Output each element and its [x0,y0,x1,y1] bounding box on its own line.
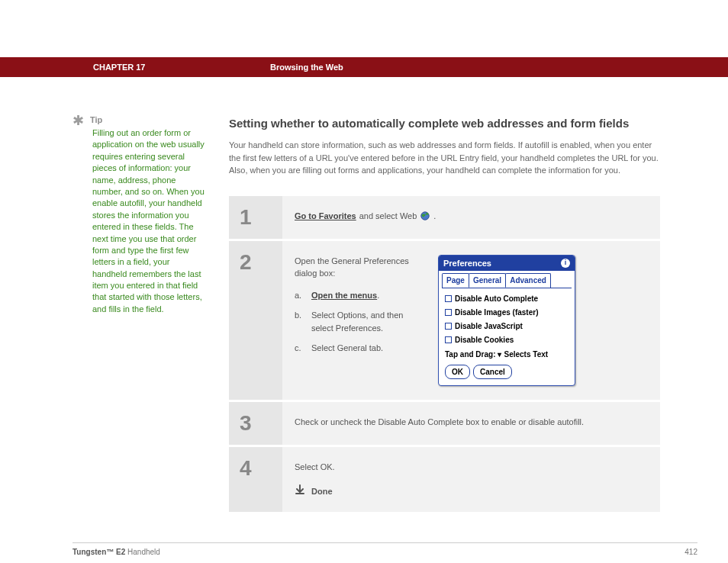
opt-autocomplete: Disable Auto Complete [455,293,538,304]
step-number: 4 [240,456,272,481]
sub-a-label: a. [295,289,305,302]
dropdown-triangle-icon[interactable]: ▾ [498,349,501,360]
step-row-3: 3 Check or uncheck the Disable Auto Comp… [229,401,660,446]
page-footer: Tungsten™ E2 Handheld 412 [72,542,697,556]
tip-label: Tip [90,115,102,124]
tab-page[interactable]: Page [442,273,469,288]
sub-c-text: Select General tab. [311,342,383,355]
step-row-2: 2 Open the General Preferences dialog bo… [229,240,660,401]
checkbox-autocomplete[interactable] [445,295,452,302]
step-number: 1 [240,205,272,230]
step3-text: Check or uncheck the Disable Auto Comple… [295,417,584,426]
checkbox-images[interactable] [445,309,452,316]
product-suffix: Handheld [125,548,160,556]
step-row-4: 4 Select OK. Done [229,446,660,513]
step4-text: Select OK. [295,461,648,474]
go-to-favorites-link[interactable]: Go to Favorites [295,210,356,223]
checkbox-javascript[interactable] [445,323,452,330]
open-menus-link[interactable]: Open the menus [311,291,377,300]
sub-b-text: Select Options, and then select Preferen… [311,309,423,334]
info-icon[interactable]: i [561,259,570,268]
chapter-title: Browsing the Web [270,63,343,72]
step-number: 2 [240,250,272,275]
web-globe-icon [420,211,430,221]
sub-c-label: c. [295,342,305,355]
page-number: 412 [685,548,697,556]
section-heading: Setting whether to automatically complet… [229,115,660,131]
tip-body-text: Filling out an order form or application… [92,127,206,315]
opt-cookies: Disable Cookies [455,334,514,346]
step1-text: and select Web [359,210,417,223]
step-row-1: 1 Go to Favorites and select Web . [229,195,660,240]
opt-images: Disable Images (faster) [455,307,539,318]
down-arrow-icon [295,484,305,499]
chapter-header: CHAPTER 17 Browsing the Web [0,57,728,77]
step-number: 3 [240,411,272,436]
step2-lead: Open the General Preferences dialog box: [295,255,423,280]
preferences-dialog: Preferences i Page General Advanced Disa… [438,255,575,387]
opt-javascript: Disable JavaScript [455,320,523,332]
tab-advanced[interactable]: Advanced [505,273,551,288]
intro-paragraph: Your handheld can store information, suc… [229,139,660,177]
main-content: Setting whether to automatically complet… [229,115,660,512]
done-label: Done [311,485,333,498]
steps-table: 1 Go to Favorites and select Web . 2 [229,194,660,513]
tapdrag-value: Selects Text [504,349,548,360]
chapter-number: CHAPTER 17 [93,63,270,72]
asterisk-icon: ✱ [72,115,84,126]
tab-general[interactable]: General [469,273,506,288]
ok-button[interactable]: OK [445,365,470,379]
sub-b-label: b. [295,309,305,334]
tip-sidebar: ✱ Tip Filling out an order form or appli… [72,115,229,512]
cancel-button[interactable]: Cancel [473,365,512,379]
svg-point-1 [426,213,429,215]
dialog-title: Preferences [443,257,491,270]
product-name: Tungsten™ E2 [72,548,125,556]
checkbox-cookies[interactable] [445,336,452,343]
tapdrag-label: Tap and Drag: [445,349,495,360]
